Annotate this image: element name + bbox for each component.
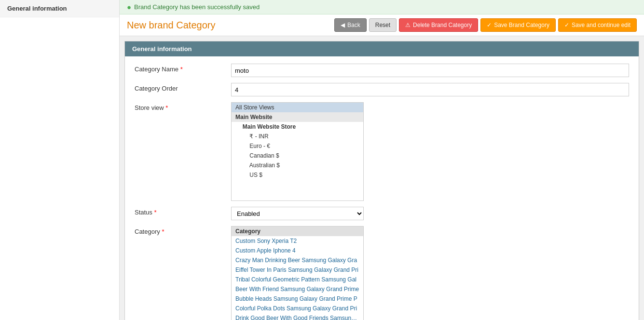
category-name-label: Category Name * [135, 64, 231, 73]
main-content: ● Brand Category has been successfully s… [120, 0, 644, 320]
header-bar: New brand Category ◀ Back Reset ⚠ Delete… [120, 14, 644, 36]
category-row: Category * Category Custom Sony Xperia T… [135, 226, 629, 320]
store-view-row: Store view * All Store Views Main Websit… [135, 102, 629, 201]
category-order-input[interactable] [231, 83, 629, 96]
required-star-3: * [154, 209, 156, 216]
category-item-8[interactable]: Colorful Polka Dots Samsung Galaxy Grand… [232, 304, 363, 313]
category-name-input[interactable] [231, 64, 629, 77]
button-group: ◀ Back Reset ⚠ Delete Brand Category ✓ S… [334, 18, 637, 32]
status-row: Status * Enabled Disabled [135, 207, 629, 220]
success-bar: ● Brand Category has been successfully s… [120, 0, 644, 14]
category-order-label: Category Order [135, 83, 231, 92]
category-listbox[interactable]: Category Custom Sony Xperia T2 Custom Ap… [231, 226, 364, 320]
section-header: General information [125, 41, 639, 56]
category-item-4[interactable]: Eiffel Tower In Paris Samsung Galaxy Gra… [232, 265, 363, 275]
category-field-label: Category * [135, 226, 231, 235]
delete-label: Delete Brand Category [413, 22, 472, 28]
section-title: General information [132, 45, 192, 53]
status-select[interactable]: Enabled Disabled [231, 207, 364, 220]
back-arrow-icon: ◀ [341, 22, 345, 28]
required-star-2: * [165, 104, 168, 111]
form-body: Category Name * Category Order [125, 56, 639, 320]
sidebar: General information [0, 0, 120, 320]
store-option-euro[interactable]: Euro - € [232, 141, 363, 151]
status-label: Status * [135, 207, 231, 216]
required-star-4: * [162, 228, 164, 235]
store-option-usd[interactable]: US $ [232, 170, 363, 180]
sidebar-item-general-information[interactable]: General information [0, 0, 119, 17]
reset-label: Reset [375, 22, 390, 28]
category-header: Category [232, 227, 363, 236]
store-view-listbox[interactable]: All Store Views Main Website Main Websit… [231, 102, 364, 201]
check-icon: ● [127, 3, 131, 11]
main-layout: General information ● Brand Category has… [0, 0, 644, 320]
store-view-wrap: All Store Views Main Website Main Websit… [231, 102, 629, 201]
save-continue-button[interactable]: ✓ Save and continue edit [558, 18, 637, 32]
category-item-6[interactable]: Beer With Friend Samsung Galaxy Grand Pr… [232, 284, 363, 294]
store-view-label: Store view * [135, 102, 231, 111]
store-option-inr[interactable]: ₹ - INR [232, 132, 363, 141]
store-option-all[interactable]: All Store Views [232, 103, 363, 112]
delete-button[interactable]: ⚠ Delete Brand Category [399, 18, 478, 32]
required-star: * [180, 66, 183, 73]
save-check-icon: ✓ [487, 22, 492, 28]
category-item-1[interactable]: Custom Sony Xperia T2 [232, 236, 363, 246]
store-option-cad[interactable]: Canadian $ [232, 151, 363, 160]
save-label: Save Brand Category [494, 22, 549, 28]
back-label: Back [347, 22, 360, 28]
success-message: Brand Category has been successfully sav… [134, 3, 260, 11]
back-button[interactable]: ◀ Back [334, 18, 367, 32]
store-option-main-website[interactable]: Main Website [232, 112, 363, 122]
save-continue-check-icon: ✓ [564, 22, 569, 28]
store-option-aud[interactable]: Australian $ [232, 160, 363, 170]
category-name-wrap [231, 64, 629, 77]
page-title: New brand Category [127, 20, 215, 31]
category-item-9[interactable]: Drink Good Beer With Good Friends Samsun… [232, 313, 363, 320]
category-item-7[interactable]: Bubble Heads Samsung Galaxy Grand Prime … [232, 294, 363, 304]
reset-button[interactable]: Reset [369, 18, 397, 32]
store-option-main-website-store[interactable]: Main Website Store [232, 122, 363, 132]
save-button[interactable]: ✓ Save Brand Category [480, 18, 556, 32]
category-name-row: Category Name * [135, 64, 629, 77]
category-item-5[interactable]: Tribal Colorful Geometric Pattern Samsun… [232, 275, 363, 284]
category-item-3[interactable]: Crazy Man Drinking Beer Samsung Galaxy G… [232, 255, 363, 265]
status-wrap: Enabled Disabled [231, 207, 629, 220]
category-order-wrap [231, 83, 629, 96]
category-order-row: Category Order [135, 83, 629, 96]
category-wrap: Category Custom Sony Xperia T2 Custom Ap… [231, 226, 629, 320]
delete-icon: ⚠ [405, 22, 411, 28]
form-section: General information Category Name * [124, 41, 639, 320]
category-item-2[interactable]: Custom Apple Iphone 4 [232, 246, 363, 255]
save-continue-label: Save and continue edit [572, 22, 630, 28]
